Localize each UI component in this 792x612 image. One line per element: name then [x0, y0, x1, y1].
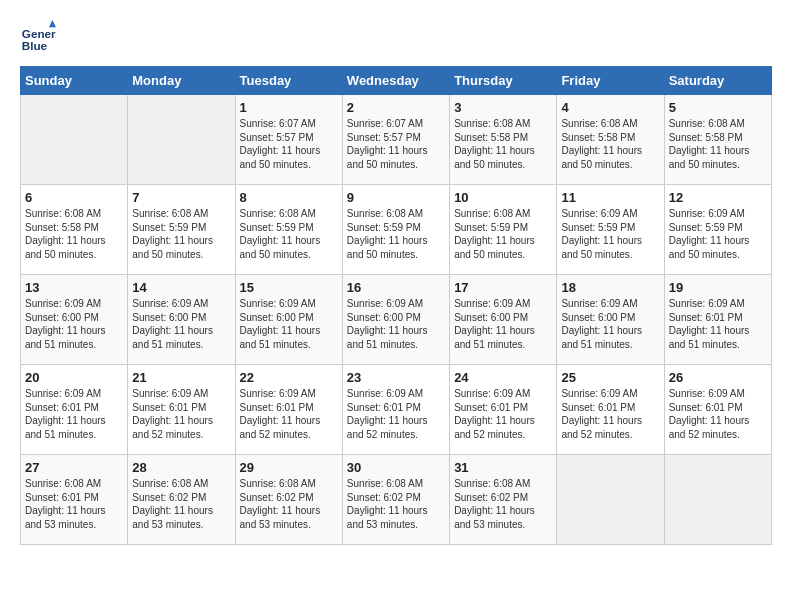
calendar-cell: 25Sunrise: 6:09 AM Sunset: 6:01 PM Dayli… — [557, 365, 664, 455]
calendar-cell: 14Sunrise: 6:09 AM Sunset: 6:00 PM Dayli… — [128, 275, 235, 365]
calendar-cell — [128, 95, 235, 185]
weekday-header-monday: Monday — [128, 67, 235, 95]
weekday-header-sunday: Sunday — [21, 67, 128, 95]
day-info: Sunrise: 6:08 AM Sunset: 5:59 PM Dayligh… — [240, 207, 338, 261]
calendar-cell: 29Sunrise: 6:08 AM Sunset: 6:02 PM Dayli… — [235, 455, 342, 545]
day-info: Sunrise: 6:09 AM Sunset: 6:01 PM Dayligh… — [561, 387, 659, 441]
calendar-cell: 21Sunrise: 6:09 AM Sunset: 6:01 PM Dayli… — [128, 365, 235, 455]
day-info: Sunrise: 6:08 AM Sunset: 5:59 PM Dayligh… — [132, 207, 230, 261]
calendar-cell: 3Sunrise: 6:08 AM Sunset: 5:58 PM Daylig… — [450, 95, 557, 185]
day-number: 18 — [561, 280, 659, 295]
day-number: 16 — [347, 280, 445, 295]
week-row-5: 27Sunrise: 6:08 AM Sunset: 6:01 PM Dayli… — [21, 455, 772, 545]
day-number: 9 — [347, 190, 445, 205]
day-info: Sunrise: 6:08 AM Sunset: 5:59 PM Dayligh… — [454, 207, 552, 261]
calendar-cell: 31Sunrise: 6:08 AM Sunset: 6:02 PM Dayli… — [450, 455, 557, 545]
day-number: 25 — [561, 370, 659, 385]
calendar-cell: 5Sunrise: 6:08 AM Sunset: 5:58 PM Daylig… — [664, 95, 771, 185]
page-header: General Blue — [20, 20, 772, 56]
calendar-cell: 12Sunrise: 6:09 AM Sunset: 5:59 PM Dayli… — [664, 185, 771, 275]
calendar-cell: 4Sunrise: 6:08 AM Sunset: 5:58 PM Daylig… — [557, 95, 664, 185]
day-info: Sunrise: 6:08 AM Sunset: 5:58 PM Dayligh… — [454, 117, 552, 171]
week-row-3: 13Sunrise: 6:09 AM Sunset: 6:00 PM Dayli… — [21, 275, 772, 365]
day-info: Sunrise: 6:09 AM Sunset: 5:59 PM Dayligh… — [669, 207, 767, 261]
day-info: Sunrise: 6:07 AM Sunset: 5:57 PM Dayligh… — [347, 117, 445, 171]
day-number: 23 — [347, 370, 445, 385]
day-number: 21 — [132, 370, 230, 385]
day-number: 7 — [132, 190, 230, 205]
day-info: Sunrise: 6:09 AM Sunset: 6:01 PM Dayligh… — [25, 387, 123, 441]
calendar-cell: 13Sunrise: 6:09 AM Sunset: 6:00 PM Dayli… — [21, 275, 128, 365]
calendar-cell — [664, 455, 771, 545]
svg-text:Blue: Blue — [22, 39, 48, 52]
calendar-cell: 30Sunrise: 6:08 AM Sunset: 6:02 PM Dayli… — [342, 455, 449, 545]
week-row-2: 6Sunrise: 6:08 AM Sunset: 5:58 PM Daylig… — [21, 185, 772, 275]
day-info: Sunrise: 6:09 AM Sunset: 6:01 PM Dayligh… — [669, 387, 767, 441]
calendar-cell: 20Sunrise: 6:09 AM Sunset: 6:01 PM Dayli… — [21, 365, 128, 455]
day-info: Sunrise: 6:09 AM Sunset: 6:00 PM Dayligh… — [240, 297, 338, 351]
day-number: 22 — [240, 370, 338, 385]
day-number: 19 — [669, 280, 767, 295]
day-number: 27 — [25, 460, 123, 475]
day-number: 2 — [347, 100, 445, 115]
weekday-header-saturday: Saturday — [664, 67, 771, 95]
day-info: Sunrise: 6:08 AM Sunset: 6:02 PM Dayligh… — [454, 477, 552, 531]
weekday-header-friday: Friday — [557, 67, 664, 95]
calendar-cell: 19Sunrise: 6:09 AM Sunset: 6:01 PM Dayli… — [664, 275, 771, 365]
day-info: Sunrise: 6:08 AM Sunset: 5:58 PM Dayligh… — [669, 117, 767, 171]
calendar-cell: 11Sunrise: 6:09 AM Sunset: 5:59 PM Dayli… — [557, 185, 664, 275]
day-info: Sunrise: 6:08 AM Sunset: 6:02 PM Dayligh… — [240, 477, 338, 531]
calendar-cell: 9Sunrise: 6:08 AM Sunset: 5:59 PM Daylig… — [342, 185, 449, 275]
calendar-cell: 6Sunrise: 6:08 AM Sunset: 5:58 PM Daylig… — [21, 185, 128, 275]
day-number: 13 — [25, 280, 123, 295]
day-number: 26 — [669, 370, 767, 385]
weekday-header-tuesday: Tuesday — [235, 67, 342, 95]
calendar-cell: 16Sunrise: 6:09 AM Sunset: 6:00 PM Dayli… — [342, 275, 449, 365]
calendar-cell: 26Sunrise: 6:09 AM Sunset: 6:01 PM Dayli… — [664, 365, 771, 455]
day-number: 30 — [347, 460, 445, 475]
weekday-header-wednesday: Wednesday — [342, 67, 449, 95]
day-info: Sunrise: 6:08 AM Sunset: 6:01 PM Dayligh… — [25, 477, 123, 531]
day-number: 20 — [25, 370, 123, 385]
week-row-1: 1Sunrise: 6:07 AM Sunset: 5:57 PM Daylig… — [21, 95, 772, 185]
weekday-header-thursday: Thursday — [450, 67, 557, 95]
day-number: 8 — [240, 190, 338, 205]
day-info: Sunrise: 6:09 AM Sunset: 6:01 PM Dayligh… — [132, 387, 230, 441]
week-row-4: 20Sunrise: 6:09 AM Sunset: 6:01 PM Dayli… — [21, 365, 772, 455]
calendar-cell — [21, 95, 128, 185]
day-info: Sunrise: 6:09 AM Sunset: 6:01 PM Dayligh… — [347, 387, 445, 441]
calendar-cell: 22Sunrise: 6:09 AM Sunset: 6:01 PM Dayli… — [235, 365, 342, 455]
day-number: 28 — [132, 460, 230, 475]
calendar-cell — [557, 455, 664, 545]
day-info: Sunrise: 6:08 AM Sunset: 5:59 PM Dayligh… — [347, 207, 445, 261]
day-info: Sunrise: 6:09 AM Sunset: 5:59 PM Dayligh… — [561, 207, 659, 261]
day-info: Sunrise: 6:08 AM Sunset: 5:58 PM Dayligh… — [561, 117, 659, 171]
day-number: 17 — [454, 280, 552, 295]
day-info: Sunrise: 6:09 AM Sunset: 6:00 PM Dayligh… — [347, 297, 445, 351]
day-info: Sunrise: 6:09 AM Sunset: 6:00 PM Dayligh… — [25, 297, 123, 351]
day-number: 24 — [454, 370, 552, 385]
calendar-cell: 17Sunrise: 6:09 AM Sunset: 6:00 PM Dayli… — [450, 275, 557, 365]
day-number: 1 — [240, 100, 338, 115]
day-number: 10 — [454, 190, 552, 205]
day-info: Sunrise: 6:08 AM Sunset: 6:02 PM Dayligh… — [347, 477, 445, 531]
calendar-cell: 24Sunrise: 6:09 AM Sunset: 6:01 PM Dayli… — [450, 365, 557, 455]
day-info: Sunrise: 6:08 AM Sunset: 6:02 PM Dayligh… — [132, 477, 230, 531]
calendar-cell: 8Sunrise: 6:08 AM Sunset: 5:59 PM Daylig… — [235, 185, 342, 275]
weekday-header-row: SundayMondayTuesdayWednesdayThursdayFrid… — [21, 67, 772, 95]
day-number: 12 — [669, 190, 767, 205]
day-number: 11 — [561, 190, 659, 205]
calendar-cell: 27Sunrise: 6:08 AM Sunset: 6:01 PM Dayli… — [21, 455, 128, 545]
day-number: 29 — [240, 460, 338, 475]
day-number: 3 — [454, 100, 552, 115]
day-info: Sunrise: 6:08 AM Sunset: 5:58 PM Dayligh… — [25, 207, 123, 261]
day-info: Sunrise: 6:09 AM Sunset: 6:00 PM Dayligh… — [132, 297, 230, 351]
day-number: 14 — [132, 280, 230, 295]
calendar-cell: 2Sunrise: 6:07 AM Sunset: 5:57 PM Daylig… — [342, 95, 449, 185]
calendar-cell: 18Sunrise: 6:09 AM Sunset: 6:00 PM Dayli… — [557, 275, 664, 365]
day-info: Sunrise: 6:09 AM Sunset: 6:01 PM Dayligh… — [240, 387, 338, 441]
day-number: 6 — [25, 190, 123, 205]
day-number: 5 — [669, 100, 767, 115]
day-info: Sunrise: 6:09 AM Sunset: 6:00 PM Dayligh… — [561, 297, 659, 351]
calendar-cell: 23Sunrise: 6:09 AM Sunset: 6:01 PM Dayli… — [342, 365, 449, 455]
